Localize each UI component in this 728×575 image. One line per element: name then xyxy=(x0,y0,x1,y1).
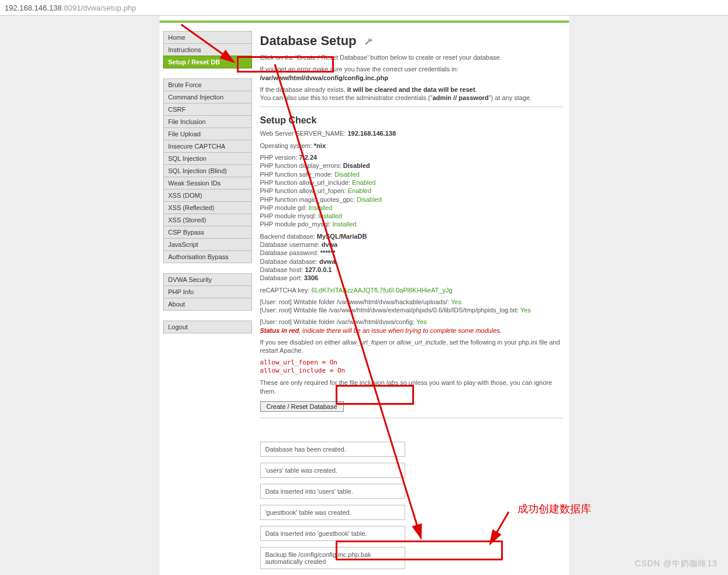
menu-item-javascript[interactable]: JavaScript xyxy=(163,238,252,251)
url-path: :8091/dvwa/setup.php xyxy=(62,4,136,12)
menu-item-about[interactable]: About xyxy=(163,298,252,311)
writable-block: [User: root] Writable folder /var/www/ht… xyxy=(260,298,563,315)
create-reset-db-button[interactable]: Create / Reset Database xyxy=(260,401,344,412)
divider xyxy=(260,106,563,107)
menu-item-logout[interactable]: Logout xyxy=(163,321,252,333)
status-message: Data inserted into 'guestbook' table. xyxy=(260,526,405,541)
menu-item-setup-reset-db[interactable]: Setup / Reset DB xyxy=(163,56,252,68)
os: Operating system: *nix xyxy=(260,142,563,150)
ini-lines: allow_url_fopen = Onallow_url_include = … xyxy=(260,359,563,376)
writable-config: [User: root] Writable folder /var/www/ht… xyxy=(260,318,563,335)
menu-item-authorisation-bypass[interactable]: Authorisation Bypass xyxy=(163,250,252,263)
disabled-note: If you see disabled on either allow_url_… xyxy=(260,338,563,355)
status-message: 'users' table was created. xyxy=(260,463,405,478)
intro-line2: If you get an error make sure you have t… xyxy=(260,65,563,82)
status-messages: Database has been created.'users' table … xyxy=(260,442,563,569)
menu-item-home[interactable]: Home xyxy=(163,31,252,44)
wrench-icon xyxy=(364,35,373,44)
menu-item-instructions[interactable]: Instructions xyxy=(163,43,252,56)
menu-item-xss-stored-[interactable]: XSS (Stored) xyxy=(163,214,252,226)
intro-line1: Click on the 'Create / Reset Database' b… xyxy=(260,53,563,61)
divider-bottom xyxy=(260,418,563,418)
address-bar[interactable]: 192.168.146.138:8091/dvwa/setup.php xyxy=(0,0,728,16)
sidebar-menu: HomeInstructionsSetup / Reset DB Brute F… xyxy=(163,31,252,343)
menu-item-sql-injection-blind-[interactable]: SQL Injection (Blind) xyxy=(163,164,252,177)
status-message: Database has been created. xyxy=(260,442,405,457)
menu-item-brute-force[interactable]: Brute Force xyxy=(163,78,252,91)
page-title: Database Setup xyxy=(260,33,563,49)
required-note: These are only required for the file inc… xyxy=(260,378,563,395)
menu-item-php-info[interactable]: PHP Info xyxy=(163,285,252,298)
menu-item-csrf[interactable]: CSRF xyxy=(163,103,252,116)
main-content: Database Setup Click on the 'Create / Re… xyxy=(260,31,563,575)
recaptcha: reCAPTCHA key: 6LdK7xITAAzzAAJQTfL7fu6I-… xyxy=(260,286,563,294)
status-message: Backup file /config/config.inc.php.bak a… xyxy=(260,547,405,569)
menu-item-weak-session-ids[interactable]: Weak Session IDs xyxy=(163,177,252,190)
db-block: Backend database: MySQL/MariaDB Database… xyxy=(260,232,563,283)
menu-item-command-injection[interactable]: Command Injection xyxy=(163,91,252,104)
menu-item-xss-reflected-[interactable]: XSS (Reflected) xyxy=(163,201,252,214)
menu-item-file-upload[interactable]: File Upload xyxy=(163,128,252,140)
watermark: CSDN @牛奶咖啡13 xyxy=(635,559,717,569)
menu-item-xss-dom-[interactable]: XSS (DOM) xyxy=(163,189,252,202)
menu-item-csp-bypass[interactable]: CSP Bypass xyxy=(163,226,252,239)
php-block: PHP version: 7.2.24 PHP function display… xyxy=(260,153,563,229)
brand-bar xyxy=(160,20,569,23)
menu-item-dvwa-security[interactable]: DVWA Security xyxy=(163,273,252,286)
menu-item-file-inclusion[interactable]: File Inclusion xyxy=(163,115,252,128)
setup-check-heading: Setup Check xyxy=(260,115,563,126)
intro-exists: If the database already exists, it will … xyxy=(260,85,563,102)
status-message: 'guestbook' table was created. xyxy=(260,505,405,520)
page-container: HomeInstructionsSetup / Reset DB Brute F… xyxy=(160,16,569,575)
menu-item-sql-injection[interactable]: SQL Injection xyxy=(163,152,252,165)
status-message: Data inserted into 'users' table. xyxy=(260,484,405,499)
url-host: 192.168.146.138 xyxy=(5,4,62,12)
server-name: Web Server SERVER_NAME: 192.168.146.138 xyxy=(260,129,563,137)
menu-item-insecure-captcha[interactable]: Insecure CAPTCHA xyxy=(163,140,252,153)
